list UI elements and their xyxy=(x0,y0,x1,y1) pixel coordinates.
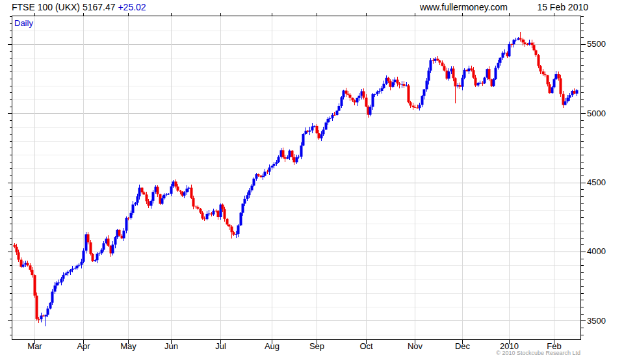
candle-body xyxy=(282,150,285,157)
candle-body xyxy=(72,268,74,270)
candle-body xyxy=(567,98,569,101)
candle-body xyxy=(376,92,379,94)
candle-body xyxy=(148,201,150,205)
candle-body xyxy=(372,94,374,107)
x-axis-label: Oct xyxy=(359,341,373,351)
candle xyxy=(479,81,482,84)
candle-body xyxy=(320,134,323,138)
candle-body xyxy=(16,247,18,252)
candle-body xyxy=(448,72,450,79)
candle xyxy=(240,212,242,226)
x-axis-label: Jul xyxy=(215,341,226,351)
candle-body xyxy=(502,53,504,57)
candle-body xyxy=(231,227,233,233)
candle-body xyxy=(264,172,266,176)
candle xyxy=(253,177,255,186)
candle-body xyxy=(329,118,332,119)
candle-body xyxy=(576,90,578,94)
candle-body xyxy=(188,188,190,189)
candle-body xyxy=(454,78,457,86)
candle-body xyxy=(542,72,545,74)
candle-body xyxy=(374,94,376,95)
candle-body xyxy=(112,244,114,253)
candle-body xyxy=(394,80,396,83)
candle-body xyxy=(387,78,390,81)
candle-body xyxy=(434,58,437,60)
candle-body xyxy=(42,316,45,317)
candle-body xyxy=(515,40,517,40)
candle-body xyxy=(293,157,296,162)
candles xyxy=(14,32,578,326)
candle-body xyxy=(190,188,193,198)
candle xyxy=(454,77,457,103)
candle-body xyxy=(419,105,421,108)
candle-body xyxy=(94,260,97,261)
candle-body xyxy=(383,84,385,88)
candle xyxy=(477,82,480,87)
candle xyxy=(107,235,110,246)
candle xyxy=(166,193,168,196)
candle-body xyxy=(508,44,511,57)
candle xyxy=(157,185,159,197)
candle xyxy=(573,88,576,94)
candle xyxy=(112,241,114,255)
candle-body xyxy=(101,250,103,253)
candle xyxy=(376,90,379,96)
candle-body xyxy=(206,214,209,219)
candle xyxy=(519,32,522,42)
candle-body xyxy=(392,82,395,87)
candle-body xyxy=(74,268,77,269)
candle-body xyxy=(233,232,235,235)
candle-body xyxy=(27,263,29,266)
candle xyxy=(419,103,421,110)
candle xyxy=(372,93,374,110)
candle-body xyxy=(540,66,542,72)
candle-body xyxy=(544,74,547,75)
candle-body xyxy=(439,60,441,62)
candle-body xyxy=(421,96,424,105)
candle-body xyxy=(76,266,79,268)
x-axis-label: Dec xyxy=(455,341,471,351)
candle xyxy=(576,89,578,96)
candle xyxy=(278,155,280,163)
candle-body xyxy=(197,207,200,209)
candle xyxy=(408,84,410,103)
candle xyxy=(484,77,486,84)
candle xyxy=(228,224,231,230)
candle-body xyxy=(183,192,186,196)
candle-body xyxy=(107,239,110,246)
candle xyxy=(125,216,128,233)
candle-body xyxy=(459,85,462,86)
candle xyxy=(36,292,38,320)
y-axis-label: 5000 xyxy=(587,109,606,118)
candle-body xyxy=(547,75,549,84)
candle-body xyxy=(291,151,294,157)
candle xyxy=(118,229,121,237)
candle-body xyxy=(564,101,567,105)
y-axis-label: 4500 xyxy=(587,177,606,187)
candle-body xyxy=(325,123,328,130)
candle-body xyxy=(51,292,54,303)
candle-body xyxy=(289,151,291,157)
candle xyxy=(132,201,135,215)
candle xyxy=(296,155,298,164)
candle xyxy=(325,122,328,131)
candle-body xyxy=(175,181,177,187)
candle-body xyxy=(396,80,399,84)
x-axis-ticks xyxy=(35,13,554,344)
instrument-price: FTSE 100 (UKX) 5167.47 xyxy=(12,2,116,12)
candle-body xyxy=(398,83,401,84)
candle-body xyxy=(468,68,471,71)
candle-body xyxy=(311,127,314,131)
candle xyxy=(150,200,153,209)
candle xyxy=(197,205,200,210)
candle-body xyxy=(179,190,182,191)
frequency-label: Daily xyxy=(14,18,33,28)
candle xyxy=(49,302,52,309)
candle-body xyxy=(414,107,417,108)
candle xyxy=(513,39,515,47)
candle-body xyxy=(123,231,125,239)
candle xyxy=(311,123,314,133)
candle xyxy=(45,315,47,326)
candle-body xyxy=(213,211,215,214)
